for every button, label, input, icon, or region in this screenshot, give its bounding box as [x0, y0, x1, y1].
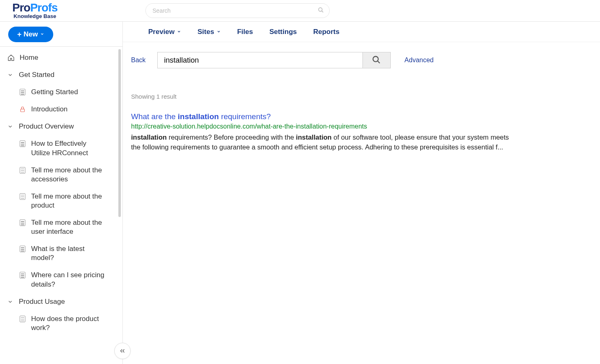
- nav-label: Files: [237, 28, 253, 36]
- result-snippet: installation requirements? Before procee…: [131, 133, 520, 152]
- search-button[interactable]: [362, 52, 390, 68]
- svg-line-1: [322, 11, 324, 12]
- logo-subtitle: Knowledge Base: [14, 13, 56, 19]
- sidebar-item-getting-started[interactable]: Getting Started: [0, 84, 122, 101]
- sidebar-item[interactable]: Tell me more about the product: [0, 188, 122, 214]
- search-result: What are the installation requirements? …: [131, 112, 520, 152]
- sidebar-item[interactable]: How does the product work?: [0, 310, 122, 337]
- top-search-input[interactable]: [145, 3, 330, 18]
- top-header: ProProfs Knowledge Base: [0, 0, 600, 22]
- sidebar-section-label: Product Usage: [19, 297, 65, 306]
- nav-reports[interactable]: Reports: [313, 28, 340, 36]
- sidebar-item-label: Getting Started: [31, 88, 78, 97]
- plus-icon: +: [17, 30, 22, 39]
- search-icon: [372, 55, 381, 66]
- sidebar-section-label: Product Overview: [19, 122, 74, 131]
- sidebar-section-get-started[interactable]: Get Started: [0, 66, 122, 84]
- svg-rect-2: [20, 109, 24, 112]
- result-url[interactable]: http://creative-solution.helpdocsonline.…: [131, 123, 520, 130]
- main: Preview Sites Files Settings Reports Bac…: [123, 22, 600, 364]
- lock-icon: [19, 106, 26, 113]
- sidebar-item-label: Home: [20, 53, 38, 62]
- nav-label: Preview: [148, 28, 174, 36]
- search-row: Back Advanced: [131, 52, 584, 68]
- new-button[interactable]: + New: [8, 27, 53, 42]
- sidebar-item-label: Where can I see pricing details?: [31, 271, 105, 289]
- sidebar-item[interactable]: Tell me more about the user interface: [0, 214, 122, 240]
- sidebar-item-label: How does the product work?: [31, 314, 105, 332]
- logo-profs: Profs: [30, 1, 58, 14]
- document-icon: [19, 245, 26, 253]
- topnav: Preview Sites Files Settings Reports: [123, 22, 600, 42]
- sidebar-item-label: What is the latest model?: [31, 244, 105, 262]
- document-icon: [19, 167, 26, 174]
- chevron-down-icon: [177, 29, 181, 34]
- svg-point-0: [319, 8, 322, 11]
- sidebar-item[interactable]: How to Effectively Utilize HRConnect: [0, 135, 122, 161]
- svg-line-4: [378, 61, 380, 63]
- sidebar-item[interactable]: Where can I see pricing details?: [0, 267, 122, 293]
- sidebar-item-introduction[interactable]: Introduction: [0, 101, 122, 118]
- nav-label: Settings: [269, 28, 297, 36]
- sidebar-item[interactable]: Tell me more about the accessories: [0, 162, 122, 188]
- result-title[interactable]: What are the installation requirements?: [131, 112, 520, 121]
- logo-pro: Pro: [12, 1, 30, 14]
- home-icon: [7, 54, 15, 61]
- document-icon: [19, 271, 26, 279]
- chevron-down-icon: [7, 124, 13, 129]
- search-icon[interactable]: [318, 7, 324, 14]
- search-box: [157, 52, 391, 68]
- new-button-label: New: [24, 30, 38, 38]
- sidebar: + New Home: [0, 22, 123, 364]
- top-search-wrap: [145, 3, 330, 18]
- nav-settings[interactable]: Settings: [269, 28, 297, 36]
- sidebar-section-label: Get Started: [19, 70, 54, 79]
- sidebar-item-home[interactable]: Home: [0, 49, 122, 66]
- tree: Home Get Started Getting Started: [0, 46, 122, 364]
- collapse-sidebar-button[interactable]: [114, 343, 131, 359]
- result-count: Showing 1 result: [131, 93, 584, 100]
- document-icon: [19, 140, 26, 147]
- chevron-down-icon: [7, 72, 13, 78]
- logo[interactable]: ProProfs Knowledge Base: [12, 2, 57, 19]
- nav-preview[interactable]: Preview: [148, 28, 181, 36]
- sidebar-section-product-overview[interactable]: Product Overview: [0, 118, 122, 135]
- sidebar-item-label: Tell me more about the user interface: [31, 218, 105, 236]
- sidebar-item-label: How to Effectively Utilize HRConnect: [31, 139, 105, 157]
- sidebar-section-product-usage[interactable]: Product Usage: [0, 293, 122, 310]
- document-icon: [19, 193, 26, 200]
- chevron-down-icon: [7, 299, 13, 305]
- chevron-down-icon: [217, 29, 221, 34]
- scrollbar[interactable]: [118, 49, 121, 217]
- back-link[interactable]: Back: [131, 57, 146, 64]
- sidebar-item[interactable]: What is the latest model?: [0, 240, 122, 267]
- chevron-down-icon: [40, 32, 44, 37]
- document-icon: [19, 88, 26, 96]
- sidebar-item-label: Introduction: [31, 105, 68, 114]
- advanced-link[interactable]: Advanced: [405, 57, 434, 64]
- sidebar-item-label: Tell me more about the product: [31, 192, 105, 210]
- svg-point-3: [373, 56, 378, 61]
- nav-label: Sites: [197, 28, 214, 36]
- document-icon: [19, 219, 26, 226]
- document-icon: [19, 315, 26, 323]
- search-input[interactable]: [158, 52, 362, 68]
- sidebar-item-label: Tell me more about the accessories: [31, 166, 105, 184]
- nav-files[interactable]: Files: [237, 28, 253, 36]
- nav-label: Reports: [313, 28, 340, 36]
- nav-sites[interactable]: Sites: [197, 28, 221, 36]
